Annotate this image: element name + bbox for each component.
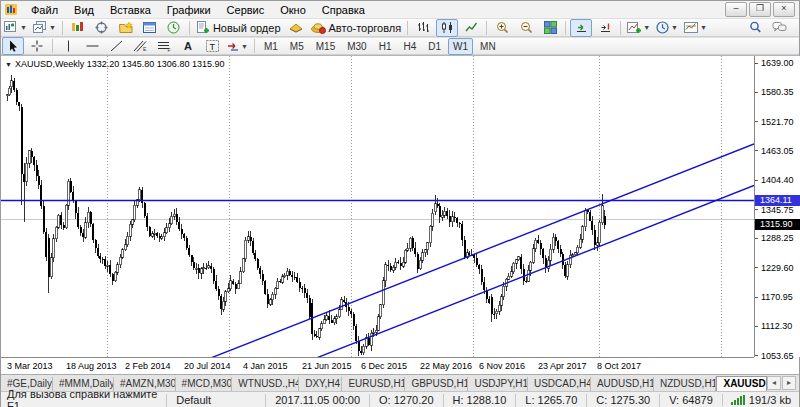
zoom-out-button[interactable] (515, 19, 537, 37)
menu-item[interactable]: Вид (66, 3, 102, 17)
chart-tab[interactable]: WTNUSD.,H4 (232, 377, 299, 391)
metaeditor-button[interactable] (285, 19, 307, 37)
metaeditor-icon (289, 21, 303, 34)
navigator-button[interactable] (115, 19, 137, 37)
menu-item[interactable]: Графики (159, 3, 219, 17)
profiles-button[interactable]: ▼ (31, 19, 58, 37)
tile-windows-button[interactable] (539, 19, 561, 37)
periods-button[interactable]: ▼ (654, 19, 680, 37)
price-tick-label: 1229.60 (761, 263, 794, 273)
zoom-in-button[interactable] (491, 19, 513, 37)
vline-tool-button[interactable] (57, 37, 79, 55)
templates-button[interactable]: ▼ (682, 19, 709, 37)
chart-tab[interactable]: NZDUSD,H1 (654, 377, 717, 391)
chevron-down-icon[interactable]: ▼ (5, 61, 12, 68)
status-connection: 191/3 kb (722, 394, 799, 406)
chart-panel[interactable]: ▼ XAUUSD,Weekly 1332.20 1345.80 1306.80 … (1, 55, 799, 374)
autoscroll-button[interactable] (570, 19, 592, 37)
tab-scroll-right[interactable]: ▸ (782, 376, 796, 390)
bar-chart-button[interactable] (412, 19, 434, 37)
crosshair-tool-button[interactable] (26, 37, 48, 55)
tab-scroll-left[interactable]: ◂ (767, 376, 781, 390)
chart-tab[interactable]: DXY,H4 (299, 377, 342, 391)
community-chat-button[interactable] (768, 19, 790, 37)
chevron-down-icon: ▼ (671, 24, 678, 31)
chart-tab[interactable]: AUDUSD,H1 (591, 377, 654, 391)
toolbar-right-icons (743, 19, 799, 37)
timeframe-m1[interactable]: M1 (259, 38, 283, 55)
menu-item[interactable]: Справка (314, 3, 373, 17)
search-button[interactable] (744, 19, 766, 37)
status-field: C: 1275.30 (586, 394, 659, 407)
hline-tool-button[interactable] (81, 37, 103, 55)
timeframe-m5[interactable]: M5 (285, 38, 309, 55)
fibonacci-tool-button[interactable]: F (153, 37, 175, 55)
chart-tab[interactable]: USDJPY,H1 (468, 377, 528, 391)
price-tick-mark (755, 121, 758, 122)
timeframe-w1[interactable]: W1 (448, 38, 473, 55)
mt4-window: ФайлВидВставкаГрафикиСервисОкноСправка –… (0, 0, 800, 407)
timeframe-m15[interactable]: M15 (311, 38, 340, 55)
trendline-icon (110, 40, 123, 52)
chart-tab[interactable]: EURUSD,H1 (342, 377, 405, 391)
restore-button[interactable]: ❐ (749, 2, 771, 17)
strategy-tester-button[interactable] (163, 19, 185, 37)
shapes-tool-button[interactable]: ▼ (225, 37, 250, 55)
timeframe-m30[interactable]: M30 (342, 38, 371, 55)
timeframe-h1[interactable]: H1 (374, 38, 397, 55)
autoscroll-icon (575, 21, 588, 34)
chevron-down-icon: ▼ (700, 24, 707, 31)
chart-tab[interactable]: USDCAD,H4 (528, 377, 591, 391)
date-axis[interactable]: 3 Mar 201318 Aug 20132 Feb 201420 Jul 20… (1, 357, 754, 375)
price-tick-mark (755, 355, 758, 356)
label-tool-button[interactable]: T (201, 37, 223, 55)
chart-ohlc-text: XAUUSD,Weekly 1332.20 1345.80 1306.80 13… (15, 59, 224, 69)
navigator-icon (119, 21, 133, 34)
hline-price-badge: 1364.11 (755, 195, 800, 206)
timeframe-buttons: M1M5M15M30H1H4D1W1MN (258, 38, 502, 55)
terminal-button[interactable] (139, 19, 161, 37)
timeframe-d1[interactable]: D1 (423, 38, 446, 55)
autotrade-button[interactable]: Авто-торговля (309, 19, 404, 37)
market-watch-button[interactable] (67, 19, 89, 37)
templates-icon (684, 21, 698, 34)
indicators-button[interactable]: ▼ (625, 19, 652, 37)
new-order-button[interactable]: Новый ордер (194, 19, 283, 37)
new-chart-button[interactable]: ▼ (2, 19, 29, 37)
toolbar-separator (52, 39, 53, 53)
chart-tab[interactable]: #MCD,M30 (176, 377, 233, 391)
channel-tool-button[interactable]: E (129, 37, 151, 55)
candlestick-chart-button[interactable] (436, 19, 458, 37)
menu-item[interactable]: Вставка (102, 3, 159, 17)
menu-item[interactable]: Окно (272, 3, 314, 17)
text-tool-button[interactable]: A (177, 37, 199, 55)
timeframe-h4[interactable]: H4 (398, 38, 421, 55)
chat-icon (772, 21, 787, 34)
new-chart-icon (4, 21, 18, 34)
close-button[interactable]: × (773, 2, 795, 17)
price-axis[interactable]: 1639.001580.351521.701463.051404.401345.… (754, 56, 800, 357)
chart-tab-active[interactable]: XAUUSD (716, 376, 767, 391)
data-window-button[interactable] (91, 19, 113, 37)
toolbar-separator (486, 21, 487, 35)
chart-shift-button[interactable] (594, 19, 616, 37)
chart-tab[interactable]: GBPUSD,H1 (405, 377, 468, 391)
date-tick-label: 3 Mar 2013 (7, 361, 53, 371)
chevron-down-icon: ▼ (49, 24, 56, 31)
cursor-tool-button[interactable] (2, 37, 24, 55)
status-profile[interactable]: Default (166, 394, 265, 407)
menu-item[interactable]: Сервис (219, 3, 273, 17)
price-tick-label: 1170.95 (761, 292, 793, 302)
price-tick-mark (755, 297, 758, 298)
traffic-text: 191/3 kb (749, 394, 791, 406)
minimize-button[interactable]: – (725, 2, 747, 17)
status-field: H: 1288.10 (443, 394, 516, 407)
price-tick-mark (755, 326, 758, 327)
status-ohlc-fields: 2017.11.05 00:00O: 1270.20H: 1288.10L: 1… (265, 394, 722, 407)
date-tick-label: 4 Jan 2015 (243, 361, 288, 371)
line-chart-button[interactable] (460, 19, 482, 37)
timeframe-mn[interactable]: MN (475, 38, 501, 55)
price-chart[interactable] (1, 56, 754, 357)
trendline-tool-button[interactable] (105, 37, 127, 55)
menu-item[interactable]: Файл (23, 3, 66, 17)
